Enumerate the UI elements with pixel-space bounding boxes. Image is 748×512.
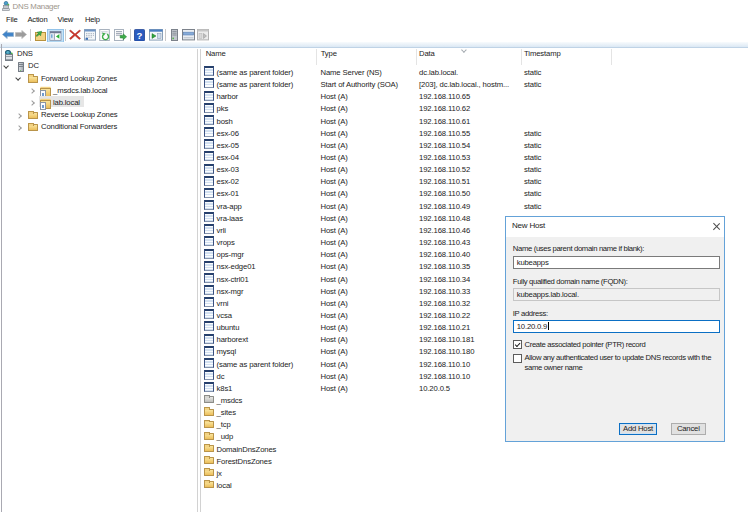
svg-text:?: ? (137, 29, 143, 40)
